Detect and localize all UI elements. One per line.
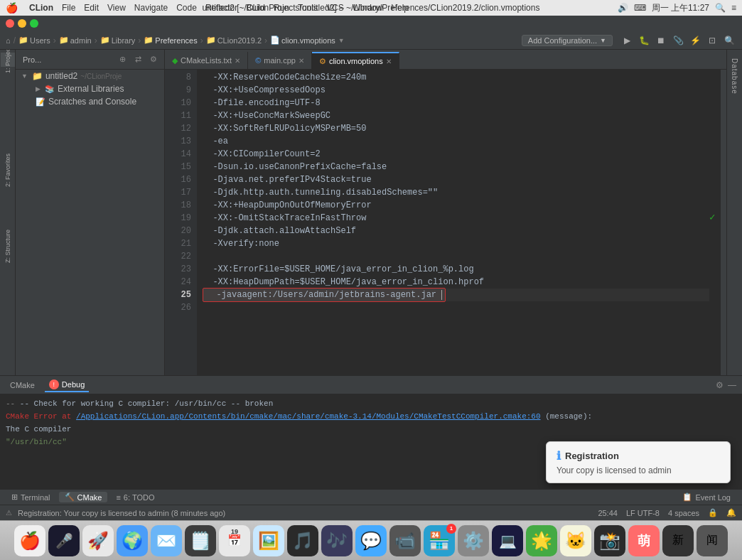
dock-extra2[interactable]: 新 — [662, 525, 694, 556]
breadcrumb-admin[interactable]: admin — [70, 36, 92, 45]
database-tab[interactable]: Database — [731, 58, 738, 95]
close-button[interactable] — [6, 19, 14, 28]
event-log-tab[interactable]: 📋 Event Log — [677, 492, 736, 502]
window-icon[interactable]: ⊡ — [705, 35, 719, 46]
cmake-tab-label: CMakeLists.txt — [181, 56, 232, 65]
tab-vmoptions[interactable]: ⚙ clion.vmoptions ✕ — [312, 52, 399, 69]
code-line-26 — [203, 301, 709, 314]
run-icon[interactable]: ▶ — [620, 35, 634, 46]
editor-scrollbar[interactable] — [721, 70, 726, 375]
dock-podcast[interactable]: 🎶 — [321, 525, 353, 556]
code-menu[interactable]: Code — [176, 3, 197, 13]
sidebar-add-icon[interactable]: ⊕ — [116, 53, 129, 66]
breadcrumb-dropdown-icon[interactable]: ▼ — [338, 37, 345, 44]
dock-git[interactable]: 🌟 — [526, 525, 557, 556]
todo-icon: ≡ — [116, 493, 120, 502]
apple-menu[interactable]: 🍎 — [6, 2, 18, 14]
breadcrumb-folder4-icon: 📁 — [144, 36, 154, 45]
search-icon[interactable]: 🔍 — [715, 3, 726, 13]
dock-photos[interactable]: 🖼️ — [253, 525, 284, 556]
ln-8: 8 — [165, 71, 191, 84]
info-icon: ℹ — [556, 449, 561, 463]
code-line-25[interactable]: -javaagent:/Users/admin/jetbrains-agent.… — [203, 289, 709, 301]
panel-close-icon[interactable]: — — [728, 380, 736, 390]
debug-panel-tab[interactable]: ! Debug — [45, 378, 89, 392]
ln-20: 20 — [165, 225, 191, 237]
edit-menu[interactable]: Edit — [84, 3, 99, 13]
file-menu[interactable]: File — [62, 3, 75, 13]
dock-clion[interactable]: 💻 — [492, 525, 523, 556]
menu-extra-icon[interactable]: ≡ — [731, 3, 736, 13]
breadcrumb-folder2-icon: 📁 — [59, 36, 69, 45]
minimize-button[interactable] — [18, 19, 26, 28]
breadcrumb-file-icon: 📄 — [270, 36, 280, 45]
tab-main-cpp[interactable]: © main.cpp ✕ — [248, 52, 312, 69]
cmake-tab-close[interactable]: ✕ — [235, 57, 240, 65]
dock-extra3[interactable]: 闻 — [697, 525, 728, 556]
dock-cat[interactable]: 🐱 — [560, 525, 591, 556]
sidebar-item-scratches[interactable]: 📝 Scratches and Console — [16, 95, 164, 108]
cmake-panel-tab[interactable]: CMake — [6, 379, 39, 391]
sidebar-settings-icon[interactable]: ⚙ — [147, 53, 160, 66]
dock-messages[interactable]: 💬 — [355, 525, 387, 556]
code-line-15: -Dsun.io.useCanonPrefixCache=false — [203, 161, 709, 173]
favorites-vtab[interactable]: 2: Favorites — [4, 154, 11, 187]
debug-icon[interactable]: 🐛 — [637, 35, 651, 46]
panel-settings-icon[interactable]: ⚙ — [716, 380, 724, 390]
ln-18: 18 — [165, 199, 191, 212]
project-vtab[interactable]: 1: Project — [1, 53, 15, 67]
event-log-label: Event Log — [695, 493, 731, 502]
breadcrumb-users[interactable]: Users — [30, 36, 50, 45]
coverage-icon[interactable]: ⚡ — [688, 35, 702, 46]
maximize-button[interactable] — [30, 19, 38, 28]
code-line-16: -Djava.net.preferIPv4Stack=true — [203, 173, 709, 186]
app-menu[interactable]: CLion — [29, 3, 53, 13]
vmoptions-tab-label: clion.vmoptions — [329, 57, 383, 65]
code-content[interactable]: -XX:ReservedCodeCacheSize=240m -XX:+UseC… — [197, 70, 709, 375]
dock-notes[interactable]: 🗒️ — [185, 525, 216, 556]
terminal-tab[interactable]: ⊞ Terminal — [6, 492, 56, 502]
dock-extra1[interactable]: 萌 — [628, 525, 660, 556]
view-menu[interactable]: View — [107, 3, 126, 13]
gutter-3 — [709, 95, 721, 108]
dock-launchpad[interactable]: 🚀 — [82, 525, 114, 556]
breadcrumb-home[interactable]: ⌂ — [6, 36, 11, 45]
breadcrumb-preferences[interactable]: Preferences — [155, 36, 197, 45]
project-folder-icon: 📁 — [32, 71, 43, 81]
add-configuration-button[interactable]: Add Configuration... ▼ — [522, 35, 613, 46]
search2-icon[interactable]: 🔍 — [722, 35, 736, 46]
dock-safari[interactable]: 🌍 — [117, 525, 148, 556]
dock-siri[interactable]: 🎤 — [48, 525, 80, 556]
dock-itunes[interactable]: 🎵 — [287, 525, 318, 556]
navigate-menu[interactable]: Navigate — [134, 3, 168, 13]
dock-calendar[interactable]: 📅 19 — [219, 525, 250, 556]
sidebar-project-tab[interactable]: Pro... — [20, 54, 44, 65]
volume-icon: 🔊 — [618, 3, 628, 13]
cmake-line3-text: The C compiler — [6, 425, 71, 434]
cmake-output-line1: -- -- Check for working C compiler: /usr… — [6, 397, 736, 410]
dock-systemprefs[interactable]: ⚙️ — [458, 525, 489, 556]
dock-mail[interactable]: ✉️ — [151, 525, 182, 556]
breadcrumb-clion[interactable]: CLion2019.2 — [217, 36, 262, 45]
cmake-btab[interactable]: 🔨 CMake — [59, 492, 108, 502]
sidebar-sync-icon[interactable]: ⇄ — [131, 53, 144, 66]
cmake-error-link[interactable]: /Applications/CLion.app/Contents/bin/cma… — [76, 412, 541, 421]
sidebar-item-project[interactable]: ▼ 📁 untitled2 ~/CLionProje — [16, 70, 164, 82]
dock-appstore[interactable]: 🏪 1 — [424, 525, 455, 556]
attach-icon[interactable]: 📎 — [671, 35, 685, 46]
cpp-tab-close[interactable]: ✕ — [299, 57, 304, 65]
breadcrumb-library[interactable]: Library — [112, 36, 136, 45]
breadcrumb-filename[interactable]: clion.vmoptions — [281, 36, 335, 45]
sidebar-item-external-libs[interactable]: ▶ 📚 External Libraries — [16, 82, 164, 95]
todo-tab[interactable]: ≡ 6: TODO — [110, 492, 160, 502]
vmoptions-tab-close[interactable]: ✕ — [386, 58, 392, 65]
indent-setting: 4 spaces — [668, 509, 699, 517]
dock-camera[interactable]: 📸 — [594, 525, 625, 556]
bottom-content: -- -- Check for working C compiler: /usr… — [0, 394, 742, 489]
breadcrumb-folder5-icon: 📁 — [206, 36, 216, 45]
structure-vtab[interactable]: Z: Structure — [4, 230, 11, 263]
tab-cmake[interactable]: ◆ CMakeLists.txt ✕ — [165, 52, 248, 69]
stop-icon[interactable]: ⏹ — [654, 35, 668, 46]
dock-facetime[interactable]: 📹 — [389, 525, 421, 556]
dock-finder[interactable]: 🍎 — [14, 525, 45, 556]
